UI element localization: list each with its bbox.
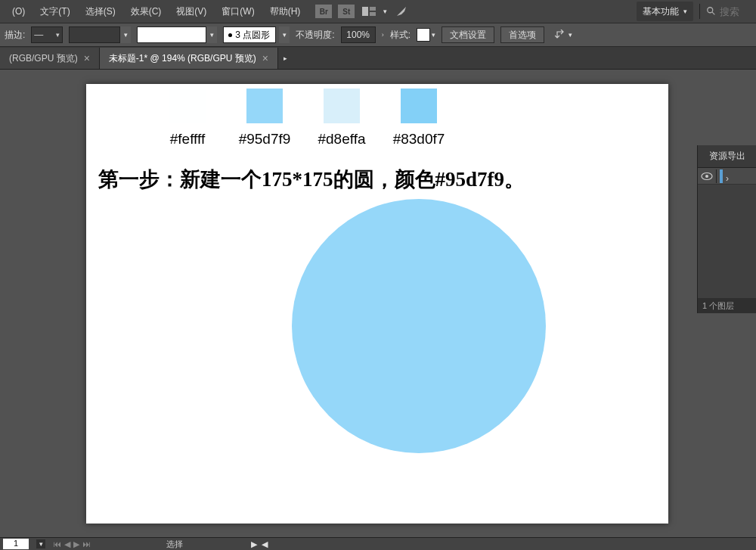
status-bar: 1 ▾ ⏮ ◀ ▶ ⏭ 选择 ▶ ◀ — [0, 537, 756, 550]
chevron-down-icon[interactable]: ▾ — [383, 8, 387, 15]
gpu-rocket-icon[interactable] — [393, 5, 410, 18]
bridge-icon[interactable]: Br — [315, 5, 332, 18]
document-tabbar: (RGB/GPU 预览) × 未标题-1* @ 194% (RGB/GPU 预览… — [0, 47, 756, 70]
instruction-text: 第一步：新建一个175*175的圆，颜色#95d7f9。 — [98, 166, 525, 193]
nav-first-icon[interactable]: ⏮ — [53, 539, 61, 549]
swatch-row: #feffff #95d7f9 #d8effa #83d0f7 — [162, 89, 445, 148]
status-nav2: ▶ ◀ — [251, 539, 268, 549]
menu-window[interactable]: 窗口(W) — [214, 0, 262, 23]
control-bar: 描边: —▾ ▾ ▾ 3 点圆形 ▾ 不透明度: 100% › 样式: ▾ 文档… — [0, 23, 756, 47]
transform-icon[interactable] — [553, 28, 567, 42]
swatch-color — [401, 89, 437, 123]
style-dropdown[interactable]: ▾ — [417, 28, 435, 42]
swatch-hex: #d8effa — [318, 131, 365, 148]
opacity-value[interactable]: 100% — [341, 26, 376, 43]
chevron-down-icon: ▾ — [39, 540, 43, 548]
svg-rect-2 — [370, 12, 376, 16]
profile-label: 3 点圆形 — [235, 29, 270, 42]
search-area[interactable] — [706, 6, 751, 17]
nav-next-icon[interactable]: ▶ — [73, 539, 79, 549]
divider — [716, 169, 717, 183]
application-menubar: (O) 文字(T) 选择(S) 效果(C) 视图(V) 窗口(W) 帮助(H) … — [0, 0, 756, 23]
menu-effect[interactable]: 效果(C) — [123, 0, 169, 23]
profile-preview: 3 点圆形 — [223, 26, 276, 43]
opacity-flyout-icon[interactable]: › — [382, 31, 384, 39]
swatch-item: #d8effa — [316, 89, 367, 148]
stroke-profile-dropdown[interactable]: 3 点圆形 ▾ — [223, 26, 290, 43]
menu-icon-group: Br St ▾ — [315, 5, 410, 18]
chevron-down-icon[interactable]: ▾ — [569, 31, 572, 39]
page-dropdown[interactable]: ▾ — [36, 539, 45, 548]
stroke-type-dropdown[interactable]: ▾ — [69, 26, 131, 43]
svg-point-3 — [708, 8, 713, 13]
menu-select[interactable]: 选择(S) — [78, 0, 123, 23]
workspace-area: #feffff #95d7f9 #d8effa #83d0f7 第一步：新建一个… — [0, 70, 756, 537]
svg-point-6 — [705, 175, 708, 178]
artboard-nav: ⏮ ◀ ▶ ⏭ — [53, 539, 91, 549]
transform-group: ▾ — [553, 28, 572, 42]
swatch-color — [246, 89, 283, 123]
style-swatch — [417, 28, 430, 42]
right-panel: 资源导出 › 1 个图层 — [697, 145, 756, 313]
search-input[interactable] — [720, 6, 751, 17]
document-setup-button[interactable]: 文档设置 — [442, 26, 494, 43]
visibility-eye-icon[interactable] — [701, 171, 713, 182]
style-label: 样式: — [390, 29, 411, 42]
close-icon[interactable]: × — [262, 52, 268, 64]
panel-body — [698, 185, 756, 298]
svg-rect-0 — [362, 7, 368, 16]
opacity-label: 不透明度: — [296, 29, 334, 42]
circle-shape[interactable] — [292, 199, 546, 453]
panel-footer: 1 个图层 — [698, 298, 756, 313]
chevron-down-icon: ▾ — [56, 31, 60, 39]
swatch-hex: #95d7f9 — [239, 131, 291, 148]
chevron-down-icon: ▾ — [283, 31, 287, 39]
artboard-page-input[interactable]: 1 — [3, 539, 29, 549]
swatch-hex: #feffff — [170, 131, 206, 148]
divider — [699, 4, 700, 19]
nav-last-icon[interactable]: ⏭ — [82, 539, 91, 549]
swatch-item: #feffff — [162, 89, 213, 148]
workspace-switcher[interactable]: 基本功能 ▾ — [637, 2, 693, 21]
chevron-right-icon[interactable]: › — [726, 173, 732, 179]
stroke-width-value: — — [34, 30, 43, 40]
nav-icon[interactable]: ◀ — [262, 539, 268, 549]
swatch-item: #83d0f7 — [393, 89, 445, 148]
tab-overflow-icon[interactable]: ▸ — [278, 48, 293, 69]
layer-color-indicator — [720, 169, 723, 183]
chevron-down-icon: ▾ — [210, 31, 214, 39]
menu-object[interactable]: (O) — [5, 0, 33, 23]
svg-rect-1 — [370, 7, 376, 11]
workspace-label: 基本功能 — [643, 5, 679, 18]
menu-help[interactable]: 帮助(H) — [262, 0, 308, 23]
tab-label: (RGB/GPU 预览) — [9, 52, 78, 65]
stock-icon[interactable]: St — [338, 5, 355, 18]
brush-definition-dropdown[interactable]: ▾ — [137, 26, 217, 43]
swatch-color — [169, 89, 206, 123]
nav-prev-icon[interactable]: ◀ — [64, 539, 70, 549]
artboard[interactable]: #feffff #95d7f9 #d8effa #83d0f7 第一步：新建一个… — [86, 84, 668, 524]
stroke-width-dropdown[interactable]: —▾ — [31, 26, 63, 43]
layer-row[interactable]: › — [698, 168, 756, 185]
menu-view[interactable]: 视图(V) — [169, 0, 214, 23]
document-tab[interactable]: 未标题-1* @ 194% (RGB/GPU 预览) × — [100, 48, 278, 69]
arrange-docs-icon[interactable] — [361, 5, 377, 18]
swatch-item: #95d7f9 — [239, 89, 290, 148]
preferences-button[interactable]: 首选项 — [500, 26, 544, 43]
document-tab[interactable]: (RGB/GPU 预览) × — [0, 48, 100, 69]
swatch-hex: #83d0f7 — [393, 131, 445, 148]
nav-icon[interactable]: ▶ — [251, 539, 257, 549]
current-tool-label: 选择 — [166, 539, 183, 550]
chevron-down-icon: ▾ — [683, 8, 687, 15]
chevron-down-icon: ▾ — [432, 31, 435, 39]
search-icon — [706, 6, 717, 17]
swatch-color — [324, 89, 360, 123]
tab-label: 未标题-1* @ 194% (RGB/GPU 预览) — [109, 52, 256, 65]
close-icon[interactable]: × — [84, 52, 90, 64]
stroke-label: 描边: — [5, 29, 25, 42]
panel-tab-asset-export[interactable]: 资源导出 — [698, 145, 756, 168]
chevron-down-icon: ▾ — [124, 31, 128, 39]
svg-line-4 — [712, 12, 715, 15]
menubar-right: 基本功能 ▾ — [637, 2, 751, 21]
menu-type[interactable]: 文字(T) — [33, 0, 77, 23]
